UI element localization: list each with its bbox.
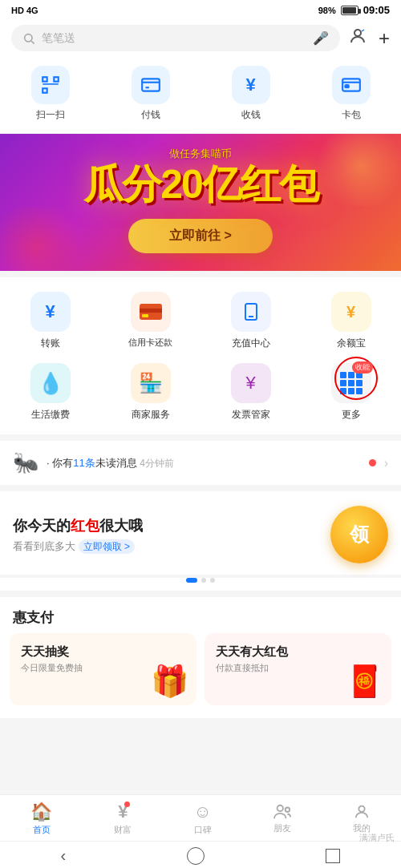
rp-left: 你今天的红包很大哦 看看到底多大 立即领取 > — [13, 516, 143, 554]
svg-point-2 — [354, 30, 361, 36]
service-yuebao[interactable]: ¥ 余额宝 — [301, 287, 401, 358]
svg-rect-7 — [142, 79, 160, 91]
service-utilities-label: 生活缴费 — [31, 408, 70, 422]
mine-tab-icon — [353, 803, 371, 821]
rp-title: 你今天的红包很大哦 — [13, 516, 143, 535]
phone-icon — [241, 302, 261, 321]
svg-rect-14 — [140, 309, 162, 313]
svg-rect-12 — [345, 85, 348, 87]
signal-text: HD 4G — [11, 6, 38, 15]
service-more-badge: 收能 — [352, 361, 373, 373]
wealth-dot — [124, 801, 130, 807]
red-packet-banner[interactable]: 你今天的红包很大哦 看看到底多大 立即领取 > 领 — [0, 491, 401, 575]
card-icon — [341, 75, 362, 95]
svg-point-18 — [277, 805, 282, 811]
koubei-tab-icon: ☺ — [193, 801, 211, 822]
nav-tab-friends[interactable]: 朋友 — [273, 803, 291, 834]
service-utilities[interactable]: 💧 生活缴费 — [0, 358, 100, 430]
promo-card-lottery[interactable]: 天天抽奖 今日限量免费抽 🎁 — [10, 633, 196, 705]
svg-rect-5 — [43, 88, 47, 92]
home-tab-label: 首页 — [33, 824, 51, 836]
mic-icon[interactable]: 🎤 — [313, 30, 329, 46]
banner-cta-button[interactable]: 立即前往 > — [128, 219, 273, 253]
service-transfer[interactable]: ¥ 转账 — [0, 287, 100, 358]
service-merchant-label: 商家服务 — [132, 408, 170, 422]
nav-tab-koubei[interactable]: ☺ 口碑 — [193, 801, 211, 836]
friends-tab-label: 朋友 — [273, 822, 291, 834]
service-creditcard-label: 信用卡还款 — [128, 337, 172, 349]
status-bar: HD 4G 98% 09:05 — [0, 0, 401, 18]
service-more-label: 更多 — [342, 408, 361, 422]
nav-icons: 扫一扫 付钱 ¥ 收钱 卡包 — [0, 59, 401, 134]
section-title: 惠支付 — [0, 597, 401, 633]
ant-logo: 🐜 — [13, 450, 38, 475]
svg-point-0 — [25, 34, 32, 41]
search-bar[interactable]: 笔笔送 🎤 — [11, 25, 340, 51]
message-dot — [369, 459, 376, 466]
status-right: 98% 09:05 — [318, 4, 390, 16]
promo-cards: 天天抽奖 今日限量免费抽 🎁 天天有大红包 付款直接抵扣 🧧 — [0, 633, 401, 718]
carousel-dots — [0, 578, 401, 591]
friends-tab-icon — [273, 803, 291, 821]
service-invoice-label: 发票管家 — [232, 408, 270, 422]
promo-card-redpacket[interactable]: 天天有大红包 付款直接抵扣 🧧 — [205, 633, 391, 705]
message-arrow: › — [384, 456, 388, 470]
svg-point-20 — [358, 806, 364, 812]
pay-icon — [140, 75, 161, 95]
redpacket-icon: 🧧 — [346, 664, 383, 699]
svg-rect-4 — [54, 77, 58, 81]
nav-label-card: 卡包 — [342, 108, 361, 122]
sys-recent[interactable] — [326, 849, 340, 863]
service-recharge-label: 充值中心 — [232, 337, 270, 350]
nav-label-receive: 收钱 — [241, 108, 261, 122]
header: 笔笔送 🎤 + — [0, 18, 401, 59]
message-text: · 你有11条未读消息 4分钟前 — [47, 456, 361, 470]
system-bar: ‹ — [0, 841, 401, 868]
nav-item-card[interactable]: 卡包 — [332, 66, 371, 122]
add-icon[interactable]: + — [379, 27, 390, 50]
sys-back[interactable]: ‹ — [61, 846, 67, 865]
header-right: + — [348, 26, 390, 50]
time-text: 09:05 — [363, 4, 390, 16]
service-more[interactable]: 收能 更多 — [301, 358, 401, 430]
nav-tab-mine[interactable]: 我的 — [353, 803, 371, 834]
promo-lottery-title: 天天抽奖 — [21, 644, 185, 660]
nav-tab-wealth[interactable]: ¥ 财富 — [114, 801, 132, 836]
message-bar[interactable]: 🐜 · 你有11条未读消息 4分钟前 › — [0, 441, 401, 485]
nav-item-receive[interactable]: ¥ 收钱 — [232, 66, 270, 122]
promo-redpacket-title: 天天有大红包 — [216, 644, 380, 660]
wealth-tab-label: 财富 — [114, 824, 132, 836]
lottery-icon: 🎁 — [151, 664, 188, 699]
nav-label-scan: 扫一扫 — [36, 108, 65, 122]
service-invoice[interactable]: ¥ 发票管家 — [200, 358, 301, 430]
search-placeholder: 笔笔送 — [42, 31, 306, 46]
creditcard-icon — [140, 304, 162, 320]
search-icon — [22, 32, 35, 45]
services-grid: ¥ 转账 信用卡还款 充值中心 ¥ 余额宝 � — [0, 277, 401, 434]
battery-text: 98% — [318, 6, 336, 15]
koubei-tab-label: 口碑 — [194, 824, 212, 836]
service-creditcard[interactable]: 信用卡还款 — [100, 287, 200, 358]
svg-rect-3 — [43, 77, 47, 81]
scan-icon — [40, 75, 61, 95]
home-tab-icon: 🏠 — [30, 801, 52, 822]
nav-item-pay[interactable]: 付钱 — [132, 66, 170, 122]
sys-home[interactable] — [187, 847, 205, 865]
rp-sub: 看看到底多大 立即领取 > — [13, 539, 143, 554]
mine-tab-label: 我的 — [353, 822, 371, 834]
svg-line-1 — [31, 41, 34, 44]
service-recharge[interactable]: 充值中心 — [200, 287, 301, 358]
service-transfer-label: 转账 — [41, 337, 60, 350]
rp-coin: 领 — [330, 506, 388, 563]
service-yuebao-label: 余额宝 — [337, 337, 366, 350]
svg-rect-15 — [142, 314, 148, 317]
profile-icon[interactable] — [348, 26, 367, 50]
banner: 做任务集喵币 瓜分20亿红包 立即前往 > — [0, 134, 401, 271]
svg-point-19 — [285, 808, 290, 813]
nav-item-scan[interactable]: 扫一扫 — [31, 66, 70, 122]
receive-icon: ¥ — [245, 75, 255, 95]
battery-icon — [341, 6, 358, 15]
service-merchant[interactable]: 🏪 商家服务 — [100, 358, 200, 430]
bottom-nav: 🏠 首页 ¥ 财富 ☺ 口碑 朋友 我的 — [0, 794, 401, 847]
nav-tab-home[interactable]: 🏠 首页 — [30, 801, 52, 836]
